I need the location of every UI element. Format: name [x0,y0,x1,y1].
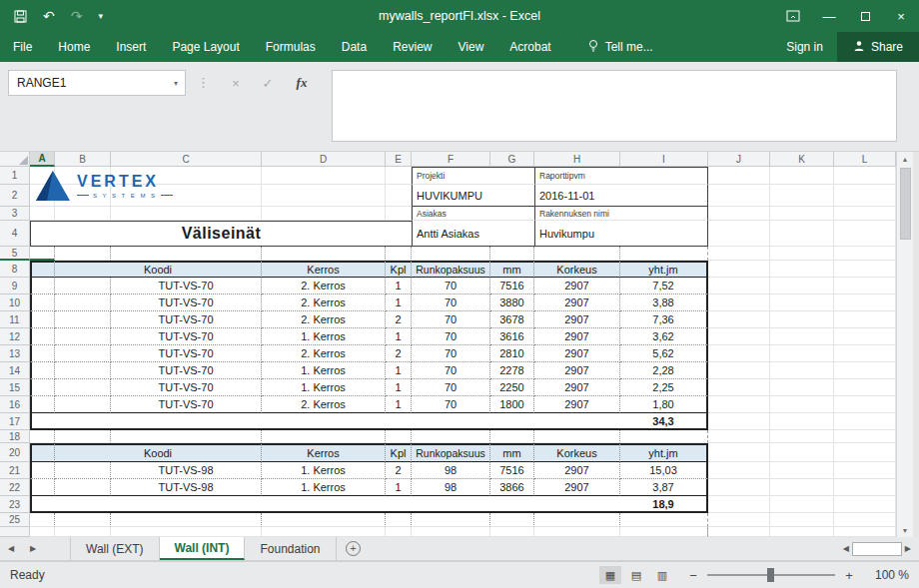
qat-dropdown-icon[interactable]: ▾ [98,12,103,21]
cell[interactable] [834,496,896,513]
row-header[interactable]: 8 [0,261,30,278]
table-cell[interactable]: 2907 [534,278,620,294]
info-client-label[interactable]: Asiakas [412,207,534,221]
cell[interactable] [55,207,111,221]
table-cell[interactable]: 1. Kerros [262,362,386,379]
cell[interactable] [55,430,111,443]
zoom-slider[interactable] [707,574,835,576]
cell[interactable] [55,396,111,413]
ribbon-tab-home[interactable]: Home [45,32,103,62]
cell[interactable] [30,379,55,396]
scroll-up-icon[interactable]: ▲ [902,152,909,166]
table-cell[interactable]: 2907 [534,345,620,362]
zoom-slider-thumb[interactable] [767,568,774,582]
table-header-cell[interactable]: Koodi [55,443,262,462]
cell[interactable] [770,513,834,527]
cell[interactable] [708,479,770,496]
row-header[interactable]: 4 [0,221,30,247]
cell[interactable] [30,247,55,261]
info-building-label[interactable]: Rakennuksen nimi [534,207,708,221]
insert-function-icon[interactable]: fx [288,70,316,96]
table-cell[interactable]: 2907 [534,294,620,311]
cell[interactable] [55,479,111,496]
cell[interactable] [262,247,386,261]
cell[interactable] [55,362,111,379]
cell[interactable] [708,294,770,311]
table-cell[interactable]: 2,25 [620,379,708,396]
cell[interactable] [708,221,770,247]
table-cell[interactable]: TUT-VS-98 [111,462,262,479]
cell[interactable] [834,328,896,345]
horizontal-scrollbar-thumb[interactable] [852,542,902,556]
row-header[interactable]: 13 [0,345,30,362]
cell[interactable] [770,462,834,479]
info-date-label[interactable]: Raporttipvm [534,167,708,185]
cell[interactable] [490,527,534,537]
row-header[interactable]: 15 [0,379,30,396]
ribbon-tab-formulas[interactable]: Formulas [253,32,329,62]
row-header[interactable]: 17 [0,413,30,430]
row-header[interactable]: 23 [0,496,30,513]
table-cell[interactable]: 2. Kerros [262,396,386,413]
table-cell[interactable]: 2907 [534,479,620,496]
row-header[interactable]: 18 [0,430,30,443]
ribbon-tab-view[interactable]: View [446,32,497,62]
table-cell[interactable]: 70 [412,278,490,294]
zoom-out-icon[interactable]: − [687,568,699,583]
table-header-cell[interactable]: mm [490,261,534,278]
cell[interactable] [30,396,55,413]
cell[interactable] [834,462,896,479]
cell[interactable] [708,396,770,413]
row-header[interactable]: 1 [0,167,30,185]
cell[interactable] [708,207,770,221]
table-cell[interactable]: 70 [412,294,490,311]
cell[interactable] [386,247,412,261]
table-cell[interactable]: 3,87 [620,479,708,496]
cell[interactable] [30,430,55,443]
table-cell[interactable]: 98 [412,462,490,479]
column-header[interactable]: H [534,152,620,167]
cell[interactable] [770,261,834,278]
table-cell[interactable]: TUT-VS-70 [111,396,262,413]
cell[interactable] [30,261,55,278]
formula-input[interactable] [332,70,897,142]
cell[interactable] [55,294,111,311]
name-box-dropdown-icon[interactable]: ▾ [174,79,185,88]
table-cell[interactable]: 70 [412,396,490,413]
cell[interactable] [262,527,386,537]
cell[interactable] [770,185,834,207]
sheet-nav-next-icon[interactable]: ▶ [22,537,44,560]
table-cell[interactable]: 1 [386,294,412,311]
table-cell[interactable]: 2 [386,345,412,362]
cell[interactable] [30,443,55,462]
cell[interactable] [262,430,386,443]
table-header-cell[interactable]: Korkeus [534,443,620,462]
table-cell[interactable]: 2. Kerros [262,345,386,362]
cell[interactable] [770,496,834,513]
cell[interactable] [708,345,770,362]
row-header[interactable]: 9 [0,278,30,294]
cell[interactable] [386,207,412,221]
table-total-cell[interactable]: 18,9 [620,496,708,513]
cell[interactable] [770,311,834,328]
cell[interactable] [262,513,386,527]
row-header[interactable]: 12 [0,328,30,345]
table-header-cell[interactable]: Kerros [262,443,386,462]
normal-view-icon[interactable]: ▦ [599,566,621,584]
cell[interactable] [834,430,896,443]
cell[interactable] [262,185,386,207]
info-building-value[interactable]: Huvikumpu [534,221,708,247]
cell[interactable] [834,413,896,430]
cell[interactable] [834,185,896,207]
cell[interactable] [708,462,770,479]
table-cell[interactable]: 1. Kerros [262,479,386,496]
cell[interactable] [770,328,834,345]
cell[interactable] [534,430,620,443]
cell[interactable] [708,311,770,328]
cell[interactable] [30,278,55,294]
table-cell[interactable]: 15,03 [620,462,708,479]
cell[interactable] [55,311,111,328]
ribbon-tab-insert[interactable]: Insert [103,32,159,62]
column-header[interactable]: I [620,152,708,167]
cell[interactable] [30,311,55,328]
